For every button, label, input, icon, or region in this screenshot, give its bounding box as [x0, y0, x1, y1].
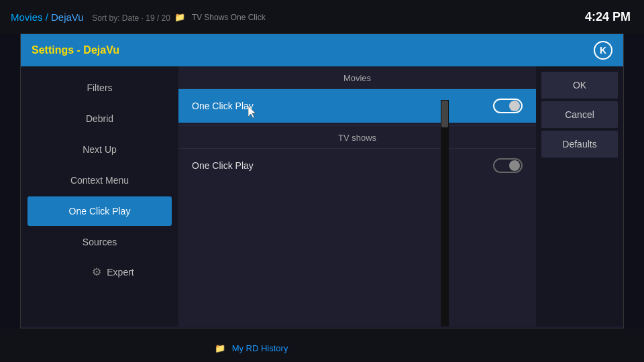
bottom-link[interactable]: 📁 My RD History	[215, 343, 288, 353]
nav-label: TV Shows One Click	[192, 13, 266, 22]
defaults-button[interactable]: Defaults	[541, 131, 618, 158]
toggle-thumb	[509, 101, 520, 111]
subtitle: Sort by: Date · 19 / 20	[92, 13, 170, 23]
top-bar: Movies / DejaVu Sort by: Date · 19 / 20 …	[0, 0, 644, 34]
kodi-icon: K	[594, 41, 612, 60]
ok-button[interactable]: OK	[541, 72, 618, 99]
gear-icon: ⚙	[92, 265, 101, 278]
title-prefix: Movies /	[11, 11, 51, 23]
tvshows-one-click-play-row[interactable]: One Click Play	[178, 149, 536, 182]
action-buttons: OK Cancel Defaults	[536, 66, 623, 326]
window-title: Movies / DejaVu Sort by: Date · 19 / 20	[11, 11, 170, 23]
toggle-thumb	[509, 160, 520, 171]
movies-one-click-play-label: One Click Play	[192, 101, 254, 111]
bottom-bar: 📁 My RD History	[0, 328, 644, 362]
sidebar-item-debrid[interactable]: Debrid	[28, 104, 172, 133]
scrollbar-thumb[interactable]	[441, 101, 448, 127]
toggle-track	[493, 99, 523, 113]
sidebar-item-expert[interactable]: ⚙ Expert	[41, 256, 185, 288]
nav-breadcrumb: 📁 TV Shows One Click	[174, 12, 266, 22]
tvshows-section-header: TV shows	[178, 125, 536, 149]
sidebar: Filters Debrid Next Up Context Menu One …	[21, 66, 178, 326]
title-colored: DejaVu	[51, 11, 84, 23]
sidebar-item-one-click-play[interactable]: One Click Play	[28, 196, 172, 226]
expert-label: Expert	[107, 267, 133, 278]
tvshows-one-click-play-toggle[interactable]	[493, 158, 523, 173]
tvshows-one-click-play-label: One Click Play	[192, 160, 254, 171]
movies-one-click-play-toggle[interactable]	[493, 99, 523, 113]
main-content: Movies One Click Play TV shows One Click…	[178, 66, 536, 326]
cancel-button[interactable]: Cancel	[541, 101, 618, 128]
movies-section-header: Movies	[178, 66, 536, 89]
dialog-titlebar: Settings - DejaVu K	[21, 34, 623, 66]
sidebar-item-context-menu[interactable]: Context Menu	[28, 166, 172, 195]
dialog-body: Filters Debrid Next Up Context Menu One …	[21, 66, 623, 326]
sidebar-item-filters[interactable]: Filters	[28, 73, 172, 103]
clock: 4:24 PM	[585, 10, 631, 24]
sidebar-item-next-up[interactable]: Next Up	[28, 135, 172, 164]
settings-dialog: Settings - DejaVu K Filters Debrid Next …	[20, 34, 624, 328]
sidebar-item-sources[interactable]: Sources	[28, 227, 172, 257]
scrollbar-track[interactable]	[441, 100, 449, 326]
dialog-title: Settings - DejaVu	[32, 44, 119, 56]
toggle-track	[493, 158, 523, 173]
movies-one-click-play-row[interactable]: One Click Play	[178, 89, 536, 123]
